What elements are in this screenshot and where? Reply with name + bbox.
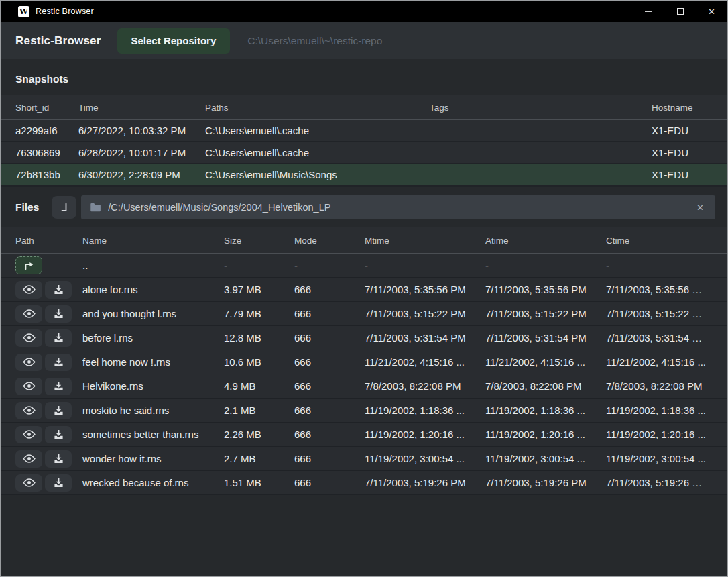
file-atime: 7/11/2003, 5:19:26 PM bbox=[485, 477, 606, 488]
preview-file-button[interactable] bbox=[15, 402, 42, 419]
files-path-bar[interactable]: /C:/Users/emuell/Music/Songs/2004_Helvet… bbox=[81, 195, 715, 219]
file-name: wonder how it.rns bbox=[82, 453, 224, 464]
file-atime: 7/11/2003, 5:35:56 PM bbox=[485, 284, 606, 295]
eye-icon bbox=[23, 429, 36, 439]
maximize-button[interactable] bbox=[664, 1, 696, 22]
file-mtime: 11/21/2002, 4:15:16 ... bbox=[365, 356, 485, 368]
clear-path-button[interactable]: ✕ bbox=[694, 201, 707, 214]
snapshots-section-title: Snapshots bbox=[1, 59, 727, 95]
file-mode: 666 bbox=[294, 429, 365, 440]
file-atime: - bbox=[485, 260, 606, 271]
file-ctime: 7/8/2003, 8:22:08 PM bbox=[606, 380, 713, 392]
files-section-title: Files bbox=[15, 201, 39, 213]
file-row: sometimes better than.rns 2.26 MB 666 11… bbox=[1, 423, 727, 447]
select-repository-button[interactable]: Select Repository bbox=[117, 28, 231, 54]
file-mode: 666 bbox=[294, 308, 365, 319]
eye-icon bbox=[23, 333, 36, 343]
preview-file-button[interactable] bbox=[15, 354, 42, 371]
download-icon bbox=[54, 381, 64, 391]
file-ctime: 7/11/2003, 5:19:26 PM bbox=[606, 477, 713, 488]
download-icon bbox=[54, 478, 64, 488]
preview-file-button[interactable] bbox=[15, 305, 42, 323]
snapshots-table-header: Short_id Time Paths Tags Hostname bbox=[1, 95, 727, 120]
snapshot-row[interactable]: 76306869 6/28/2022, 10:01:17 PM C:\Users… bbox=[1, 142, 727, 164]
snapshot-hostname: X1-EDU bbox=[652, 125, 713, 136]
snapshot-paths: C:\Users\emuell\Music\Songs bbox=[205, 169, 430, 180]
up-dir-arrow-icon bbox=[23, 260, 35, 271]
download-file-button[interactable] bbox=[45, 305, 72, 323]
folder-icon bbox=[90, 203, 101, 212]
download-file-button[interactable] bbox=[45, 354, 72, 371]
eye-icon bbox=[23, 478, 36, 488]
file-atime: 7/8/2003, 8:22:08 PM bbox=[485, 380, 606, 392]
col-time: Time bbox=[78, 103, 205, 113]
col-tags: Tags bbox=[430, 103, 652, 113]
preview-file-button[interactable] bbox=[15, 474, 42, 492]
col-ctime: Ctime bbox=[606, 235, 713, 246]
clear-icon: ✕ bbox=[696, 203, 704, 213]
snapshot-short-id: 76306869 bbox=[15, 147, 78, 158]
preview-file-button[interactable] bbox=[15, 450, 42, 468]
file-mtime: 7/8/2003, 8:22:08 PM bbox=[365, 380, 485, 392]
download-icon bbox=[54, 454, 64, 464]
eye-icon bbox=[23, 357, 36, 367]
minimize-button[interactable] bbox=[633, 1, 664, 22]
file-mtime: 7/11/2003, 5:35:56 PM bbox=[365, 284, 485, 295]
app-logo-letter: W bbox=[19, 7, 27, 16]
file-atime: 11/19/2002, 1:20:16 ... bbox=[485, 429, 606, 440]
download-file-button[interactable] bbox=[45, 329, 72, 347]
snapshot-hostname: X1-EDU bbox=[652, 169, 713, 180]
parent-dir-row: .. - - - - - bbox=[1, 254, 727, 278]
download-file-button[interactable] bbox=[45, 402, 72, 419]
file-row: wonder how it.rns 2.7 MB 666 11/19/2002,… bbox=[1, 447, 727, 471]
download-file-button[interactable] bbox=[45, 450, 72, 468]
preview-file-button[interactable] bbox=[15, 281, 42, 299]
eye-icon bbox=[23, 284, 36, 295]
snapshot-row-selected[interactable]: 72b813bb 6/30/2022, 2:28:09 PM C:\Users\… bbox=[1, 164, 727, 187]
file-size: 3.97 MB bbox=[224, 284, 294, 295]
file-ctime: 11/19/2002, 3:00:54 ... bbox=[606, 453, 713, 464]
download-file-button[interactable] bbox=[45, 474, 72, 492]
file-mode: 666 bbox=[294, 453, 365, 464]
preview-file-button[interactable] bbox=[15, 426, 42, 443]
download-icon bbox=[54, 284, 64, 295]
snapshot-hostname: X1-EDU bbox=[652, 147, 713, 158]
eye-icon bbox=[23, 405, 36, 415]
download-file-button[interactable] bbox=[45, 281, 72, 299]
file-size: 12.8 MB bbox=[224, 332, 294, 344]
file-ctime: - bbox=[606, 260, 713, 271]
snapshot-row[interactable]: a2299af6 6/27/2022, 10:03:32 PM C:\Users… bbox=[1, 120, 727, 142]
repository-path[interactable]: C:\Users\emuell\~\restic-repo bbox=[247, 35, 382, 47]
preview-file-button[interactable] bbox=[15, 329, 42, 347]
file-ctime: 7/11/2003, 5:31:54 PM bbox=[606, 332, 713, 344]
maximize-icon bbox=[677, 8, 684, 15]
download-file-button[interactable] bbox=[45, 426, 72, 443]
file-mtime: 11/19/2002, 1:20:16 ... bbox=[365, 429, 485, 440]
window-controls: ✕ bbox=[633, 1, 727, 22]
file-mode: 666 bbox=[294, 332, 365, 344]
close-button[interactable]: ✕ bbox=[696, 1, 727, 22]
file-size: 4.9 MB bbox=[224, 380, 294, 392]
download-file-button[interactable] bbox=[45, 378, 72, 395]
app-title: Restic-Browser bbox=[15, 34, 101, 48]
file-mtime: 11/19/2002, 3:00:54 ... bbox=[365, 453, 485, 464]
tree-toggle-button[interactable] bbox=[52, 196, 76, 219]
file-size: - bbox=[224, 260, 294, 271]
file-size: 2.7 MB bbox=[224, 453, 294, 464]
file-row: alone for.rns 3.97 MB 666 7/11/2003, 5:3… bbox=[1, 278, 727, 302]
file-mode: - bbox=[294, 260, 365, 271]
preview-file-button[interactable] bbox=[15, 378, 42, 395]
download-icon bbox=[54, 309, 64, 319]
go-up-button[interactable] bbox=[15, 256, 42, 274]
titlebar: W Restic Browser ✕ bbox=[1, 1, 727, 22]
snapshot-paths: C:\Users\emuell\.cache bbox=[205, 147, 430, 158]
file-mtime: 11/19/2002, 1:18:36 ... bbox=[365, 405, 485, 416]
file-row: before l.rns 12.8 MB 666 7/11/2003, 5:31… bbox=[1, 326, 727, 350]
minimize-icon bbox=[645, 11, 652, 12]
download-icon bbox=[54, 405, 64, 415]
file-mtime: 7/11/2003, 5:19:26 PM bbox=[365, 477, 485, 488]
file-mode: 666 bbox=[294, 380, 365, 392]
file-name: alone for.rns bbox=[82, 284, 224, 295]
file-row: and you thought l.rns 7.79 MB 666 7/11/2… bbox=[1, 302, 727, 326]
file-mode: 666 bbox=[294, 405, 365, 416]
